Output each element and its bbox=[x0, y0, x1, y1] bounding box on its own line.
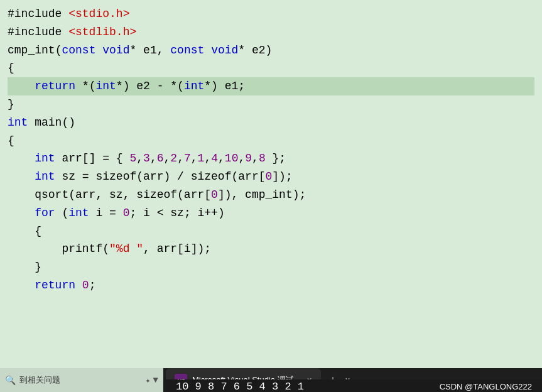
code-token: const bbox=[170, 41, 204, 60]
code-token: , bbox=[136, 150, 143, 168]
code-token: ; i < sz; i++) bbox=[129, 204, 224, 222]
code-token: *) e1; bbox=[204, 77, 245, 95]
code-token: qsort(arr, sz, sizeof(arr[ bbox=[8, 186, 211, 204]
code-line: { bbox=[8, 222, 534, 241]
code-token bbox=[8, 204, 35, 222]
code-line: return 0; bbox=[8, 276, 534, 295]
csdn-label: CSDN @TANGLONG222 bbox=[440, 382, 542, 391]
code-token: , bbox=[164, 150, 171, 168]
code-token: void bbox=[211, 41, 238, 60]
code-token: printf( bbox=[8, 240, 109, 258]
code-token: arr[] = { bbox=[55, 150, 130, 168]
code-token: { bbox=[8, 132, 14, 150]
code-editor: #include <stdio.h>#include <stdlib.h>cmp… bbox=[0, 0, 542, 364]
code-token: 3 bbox=[143, 150, 150, 168]
code-token: cmp_int bbox=[8, 41, 55, 60]
code-token: 4 bbox=[211, 150, 218, 168]
code-token: for bbox=[35, 204, 55, 222]
code-line: #include <stdio.h> bbox=[8, 5, 534, 23]
status-bar: 🔍 到相关问题 ✦ ▼ VS Microsoft Visual Studio 调… bbox=[0, 368, 542, 392]
code-token: <stdlib.h> bbox=[68, 23, 136, 41]
code-line: printf("%d ", arr[i]); bbox=[8, 240, 534, 258]
code-token: *) e2 - *( bbox=[116, 77, 184, 95]
code-token bbox=[8, 77, 35, 95]
tools-group: ✦ ▼ bbox=[145, 375, 158, 386]
code-token: , bbox=[218, 150, 225, 168]
code-line: #include <stdlib.h> bbox=[8, 23, 534, 41]
code-token: 8 bbox=[259, 150, 266, 168]
code-token: int bbox=[8, 114, 28, 132]
code-token: { bbox=[8, 222, 41, 241]
code-token: , bbox=[177, 150, 184, 168]
code-token: }; bbox=[266, 150, 286, 168]
code-token: } bbox=[8, 95, 14, 114]
code-token: , arr[i]); bbox=[143, 240, 211, 258]
code-line: { bbox=[8, 132, 534, 150]
code-token: 9 bbox=[245, 150, 252, 168]
code-token: , bbox=[204, 150, 211, 168]
code-token: *( bbox=[75, 77, 95, 95]
bottom-search-bar: 🔍 到相关问题 ✦ ▼ bbox=[0, 368, 163, 392]
code-line: int arr[] = { 5,3,6,2,7,1,4,10,9,8 }; bbox=[8, 150, 534, 168]
code-token bbox=[8, 150, 35, 168]
search-label: 到相关问题 bbox=[19, 374, 60, 386]
code-token: * e1, bbox=[129, 41, 170, 60]
code-line: int sz = sizeof(arr) / sizeof(arr[0]); bbox=[8, 168, 534, 186]
search-icon: 🔍 bbox=[5, 375, 16, 386]
code-token: 5 bbox=[129, 150, 136, 168]
code-token: int bbox=[95, 77, 116, 95]
code-token: int bbox=[35, 168, 55, 186]
code-token: main() bbox=[28, 114, 75, 132]
tool-icon-1[interactable]: ✦ bbox=[145, 375, 150, 386]
taskbar-container: VS Microsoft Visual Studio 调试... × + ∨ 1… bbox=[163, 368, 542, 392]
code-line: return *(int*) e2 - *(int*) e1; bbox=[8, 77, 534, 95]
code-line: int main() bbox=[8, 114, 534, 132]
code-token: 7 bbox=[184, 150, 191, 168]
code-token: int bbox=[184, 77, 204, 95]
code-token: sz = sizeof(arr) / sizeof(arr[ bbox=[55, 168, 266, 186]
code-token: 0 bbox=[123, 204, 130, 222]
code-token: ( bbox=[55, 204, 69, 222]
code-token: int bbox=[68, 204, 89, 222]
code-token bbox=[95, 41, 102, 60]
code-line: cmp_int(const void* e1, const void* e2) bbox=[8, 41, 534, 60]
code-token: 0 bbox=[211, 186, 218, 204]
code-token: return bbox=[35, 77, 75, 95]
output-text: 10 9 8 7 6 5 4 3 2 1 bbox=[163, 381, 440, 393]
code-token: , bbox=[252, 150, 259, 168]
code-token: 6 bbox=[157, 150, 164, 168]
code-token: , bbox=[191, 150, 198, 168]
code-token: ]), cmp_int); bbox=[218, 186, 306, 204]
code-token: 10 bbox=[225, 150, 239, 168]
code-token: ; bbox=[89, 276, 96, 295]
code-token: 0 bbox=[265, 168, 272, 186]
code-line: { bbox=[8, 59, 534, 77]
code-token bbox=[8, 168, 35, 186]
tool-icon-2[interactable]: ▼ bbox=[153, 375, 158, 385]
code-line: qsort(arr, sz, sizeof(arr[0]), cmp_int); bbox=[8, 186, 534, 204]
code-token: #include bbox=[8, 23, 68, 41]
code-token: ( bbox=[55, 41, 62, 60]
code-token: } bbox=[8, 258, 41, 276]
code-token bbox=[75, 276, 82, 295]
code-token: 1 bbox=[198, 150, 205, 168]
code-token: * e2) bbox=[238, 41, 272, 60]
code-line: } bbox=[8, 95, 534, 114]
code-token: #include bbox=[8, 5, 68, 23]
code-line: } bbox=[8, 258, 534, 276]
code-token bbox=[8, 276, 35, 295]
code-token: const bbox=[62, 41, 95, 60]
code-token bbox=[204, 41, 211, 60]
code-token: i = bbox=[89, 204, 123, 222]
code-token: <stdio.h> bbox=[68, 5, 129, 23]
code-token: ]); bbox=[272, 168, 292, 186]
code-token: 0 bbox=[82, 276, 89, 295]
code-token: , bbox=[150, 150, 157, 168]
code-token: void bbox=[102, 41, 129, 60]
code-token: 2 bbox=[170, 150, 177, 168]
code-token: return bbox=[35, 276, 75, 295]
code-token: { bbox=[8, 59, 14, 77]
output-row: 10 9 8 7 6 5 4 3 2 1 CSDN @TANGLONG222 bbox=[163, 379, 542, 392]
code-token: "%d " bbox=[109, 240, 143, 258]
code-token: int bbox=[35, 150, 55, 168]
